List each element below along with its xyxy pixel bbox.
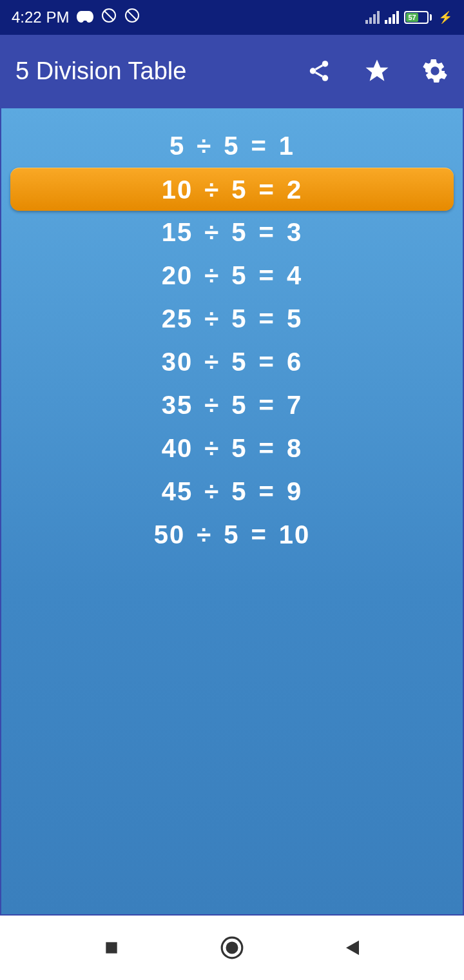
operator: ÷ [197,132,212,161]
table-row[interactable]: 10÷5=2 [10,168,454,211]
result: 2 [287,175,302,204]
equation: 30÷5=6 [162,348,302,377]
table-row[interactable]: 35÷5=7 [1,384,463,427]
signal-icon-1 [365,11,380,24]
equals: = [251,132,267,161]
status-right: 57 ⚡ [365,10,452,24]
battery-icon: 57 [404,11,432,24]
nav-back-button[interactable] [336,932,369,964]
result: 8 [287,434,302,463]
divisor: 5 [231,218,247,247]
result: 4 [287,261,302,290]
table-row[interactable]: 15÷5=3 [1,211,463,254]
dividend: 5 [169,132,185,161]
equals: = [259,304,275,333]
status-bar: 4:22 PM 57 ⚡ [0,0,464,35]
dividend: 50 [154,520,186,549]
page-title: 5 Division Table [15,57,305,85]
dividend: 30 [162,348,193,377]
divisor: 5 [231,175,247,204]
equation: 35÷5=7 [162,391,302,420]
equals: = [259,218,275,247]
equation: 45÷5=9 [162,477,302,506]
game-icon [77,8,93,26]
equation: 15÷5=3 [162,218,302,247]
navigation-bar [0,916,464,980]
result: 3 [287,218,302,247]
divisor: 5 [231,261,247,290]
equals: = [259,434,275,463]
divisor: 5 [231,477,247,506]
equals: = [259,477,275,506]
svg-point-9 [226,942,238,954]
svg-rect-7 [106,942,117,953]
dividend: 20 [162,261,193,290]
equation: 50÷5=10 [154,520,311,549]
table-row[interactable]: 25÷5=5 [1,297,463,340]
result: 7 [287,391,302,420]
result: 5 [287,304,302,333]
dividend: 25 [162,304,193,333]
dividend: 35 [162,391,193,420]
signal-icon-2 [385,11,399,24]
divisor: 5 [224,132,239,161]
result: 9 [287,477,302,506]
result: 1 [279,132,295,161]
table-row[interactable]: 30÷5=6 [1,340,463,384]
divisor: 5 [231,348,247,377]
divisor: 5 [224,520,239,549]
operator: ÷ [204,477,220,506]
favorite-button[interactable] [363,57,391,84]
svg-line-1 [104,11,113,20]
dividend: 15 [162,218,193,247]
app-bar: 5 Division Table [0,35,464,107]
equation: 5÷5=1 [169,132,295,161]
dividend: 40 [162,434,193,463]
result: 6 [287,348,302,377]
square-icon [103,939,120,956]
circle-icon [220,936,244,960]
equals: = [251,520,267,549]
equation: 10÷5=2 [162,175,302,204]
gear-icon [422,58,448,84]
operator: ÷ [204,391,220,420]
table-row[interactable]: 45÷5=9 [1,470,463,513]
equation: 20÷5=4 [162,261,302,290]
divisor: 5 [231,304,247,333]
share-icon [307,59,331,83]
result: 10 [279,520,311,549]
charging-icon: ⚡ [438,10,452,24]
divisor: 5 [231,391,247,420]
equation: 25÷5=5 [162,304,302,333]
table-row[interactable]: 20÷5=4 [1,254,463,297]
operator: ÷ [204,175,220,204]
dividend: 10 [162,175,193,204]
share-button[interactable] [305,57,333,84]
svg-point-6 [322,75,329,81]
svg-point-5 [310,68,316,74]
equals: = [259,391,275,420]
equals: = [259,348,275,377]
settings-button[interactable] [421,57,449,84]
operator: ÷ [197,520,212,549]
table-row[interactable]: 5÷5=1 [1,124,463,168]
nav-recent-button[interactable] [95,932,128,964]
table-row[interactable]: 50÷5=10 [1,513,463,556]
operator: ÷ [204,348,220,377]
equals: = [259,175,275,204]
equation: 40÷5=8 [162,434,302,463]
nav-home-button[interactable] [216,932,248,964]
star-icon [363,57,391,84]
svg-point-4 [322,61,329,67]
operator: ÷ [204,218,220,247]
status-time: 4:22 PM [12,8,69,26]
operator: ÷ [204,304,220,333]
dividend: 45 [162,477,193,506]
table-row[interactable]: 40÷5=8 [1,427,463,470]
division-table-content[interactable]: 5÷5=110÷5=215÷5=320÷5=425÷5=530÷5=635÷5=… [0,107,464,916]
triangle-back-icon [343,938,362,957]
do-not-disturb-icon [101,8,117,27]
no-alarm-icon [124,8,140,27]
operator: ÷ [204,434,220,463]
equals: = [259,261,275,290]
